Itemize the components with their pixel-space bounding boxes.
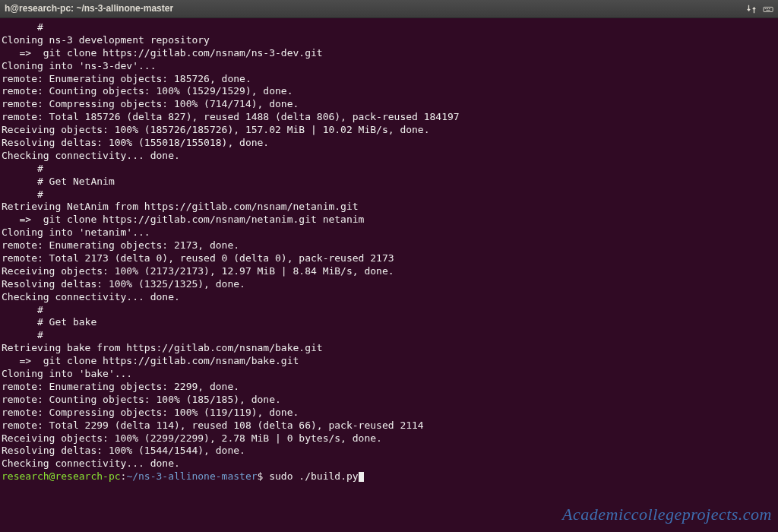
output-line: Receiving objects: 100% (2173/2173), 12.… [2,265,773,278]
output-line: # Get NetAnim [2,176,773,188]
command-input[interactable]: sudo ./build.py [269,470,358,482]
output-line: => git clone https://gitlab.com/nsnam/ns… [2,47,773,60]
watermark-text: Academiccollegeprojects.com [562,504,772,526]
output-line: remote: Compressing objects: 100% (714/7… [2,98,773,111]
output-line: remote: Enumerating objects: 2299, done. [2,381,773,394]
svg-rect-1 [765,8,767,9]
prompt-dollar: $ [258,470,270,482]
prompt-path: ~/ns-3-allinone-master [126,470,257,482]
output-line: remote: Total 2299 (delta 114), reused 1… [2,420,773,432]
prompt-line[interactable]: research@research-pc:~/ns-3-allinone-mas… [2,470,773,483]
output-line: remote: Total 2173 (delta 0), reused 0 (… [2,252,773,265]
output-line: => git clone https://gitlab.com/nsnam/ne… [2,214,773,226]
output-line: Resolving deltas: 100% (155018/155018), … [2,137,773,150]
output-line: Checking connectivity... done. [2,458,773,470]
output-line: # [2,163,773,176]
window-titlebar: h@research-pc: ~/ns-3-allinone-master [0,0,778,18]
output-line: # [2,329,773,342]
output-line: Checking connectivity... done. [2,150,773,163]
output-line: Receiving objects: 100% (2299/2299), 2.7… [2,432,773,445]
output-line: Resolving deltas: 100% (1544/1544), done… [2,445,773,458]
window-title: h@research-pc: ~/ns-3-allinone-master [5,3,746,15]
output-line: remote: Counting objects: 100% (185/185)… [2,394,773,407]
output-line: Retrieving NetAnim from https://gitlab.c… [2,201,773,214]
terminal-viewport[interactable]: # Cloning ns-3 development repository =>… [0,18,778,532]
output-line: remote: Enumerating objects: 2173, done. [2,239,773,252]
output-line: remote: Compressing objects: 100% (119/1… [2,407,773,420]
output-line: # Get bake [2,316,773,329]
prompt-user: research@research-pc [2,470,121,482]
keyboard-icon[interactable] [763,4,773,14]
output-line: Checking connectivity... done. [2,291,773,304]
cursor-icon [359,472,364,482]
output-line: Receiving objects: 100% (185726/185726),… [2,124,773,137]
svg-rect-4 [766,9,770,10]
output-line: Cloning into 'netanim'... [2,226,773,239]
output-line: Resolving deltas: 100% (1325/1325), done… [2,278,773,291]
output-line: Cloning into 'bake'... [2,368,773,381]
output-line: remote: Total 185726 (delta 827), reused… [2,111,773,124]
svg-rect-2 [767,8,768,9]
output-line: => git clone https://gitlab.com/nsnam/ba… [2,355,773,368]
output-line: # [2,21,773,34]
svg-rect-3 [769,8,770,9]
output-line: Cloning into 'ns-3-dev'... [2,60,773,73]
svg-rect-0 [764,7,773,11]
output-line: Retrieving bake from https://gitlab.com/… [2,342,773,355]
titlebar-icons [746,4,773,14]
output-line: # [2,188,773,201]
output-line: # [2,304,773,317]
output-line: remote: Enumerating objects: 185726, don… [2,73,773,86]
output-line: remote: Counting objects: 100% (1529/152… [2,85,773,98]
output-line: Cloning ns-3 development repository [2,34,773,47]
network-icon[interactable] [746,4,757,14]
